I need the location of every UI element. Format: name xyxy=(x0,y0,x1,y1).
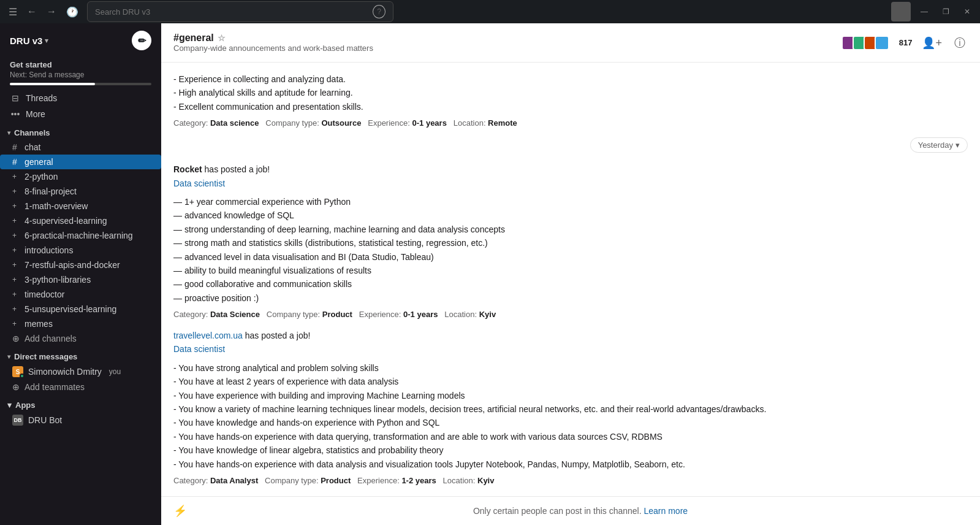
plus-icon: + xyxy=(12,290,21,299)
close-button[interactable]: ✕ xyxy=(959,5,975,18)
bottom-bar: ⚡ Only certain people can post in this c… xyxy=(161,496,980,525)
job-title-link[interactable]: Data scientist xyxy=(173,178,225,188)
search-bar[interactable]: ? xyxy=(87,1,393,22)
requirement-line: - You have hands-on experience with data… xyxy=(173,458,968,471)
requirement-line: - You have hands-on experience with data… xyxy=(173,430,968,443)
plus-icon: + xyxy=(12,320,21,328)
collapse-icon: ▾ xyxy=(7,400,12,410)
learn-more-link[interactable]: Learn more xyxy=(644,506,688,516)
sidebar-app-dru-bot[interactable]: DB DRU Bot xyxy=(0,412,161,428)
category-value: Data Analyst xyxy=(210,476,258,485)
date-divider: Yesterday ▾ xyxy=(173,137,968,153)
member-count[interactable]: 817 xyxy=(899,38,913,47)
sidebar-channel-chat[interactable]: # chat xyxy=(0,140,161,155)
collapse-icon: ▾ xyxy=(7,353,10,360)
requirement-line: — advanced level in data visualisation a… xyxy=(173,250,968,264)
get-started-title: Get started xyxy=(10,60,151,69)
plus-icon: + xyxy=(12,231,21,240)
sidebar-channel-general[interactable]: # general xyxy=(0,155,161,169)
messages-area[interactable]: - Experience in collecting and analyzing… xyxy=(161,63,980,496)
back-button[interactable]: ← xyxy=(23,4,40,20)
window-controls: — ❐ ✕ xyxy=(891,2,975,21)
you-label: you xyxy=(109,367,121,376)
workspace-name[interactable]: DRU v3 ▾ xyxy=(10,36,48,46)
message-block-2: Rocket has posted a job! Data scientist … xyxy=(173,163,968,319)
collapse-icon: ▾ xyxy=(7,129,10,136)
message-text: - Experience in collecting and analyzing… xyxy=(173,72,968,113)
minimize-button[interactable]: — xyxy=(916,5,933,18)
message-text: Rocket has posted a job! Data scientist xyxy=(173,163,968,190)
plus-circle-icon: ⊕ xyxy=(12,334,20,343)
main-layout: DRU v3 ▾ ✏ Get started Next: Send a mess… xyxy=(0,23,980,525)
sidebar-channel-4-supervised-learning[interactable]: + 4-supervised-learning xyxy=(0,213,161,228)
message-block-3: travellevel.com.ua has posted a job! Dat… xyxy=(173,329,968,485)
sidebar-channel-7-restful-apis-and-docker[interactable]: + 7-restful-apis-and-docker xyxy=(0,258,161,272)
plus-icon: + xyxy=(12,217,21,225)
get-started-subtitle: Next: Send a message xyxy=(10,71,151,79)
channel-description: Company-wide announcements and work-base… xyxy=(173,44,373,53)
sidebar-channel-introductions[interactable]: + introductions xyxy=(0,243,161,258)
requirements-text: — 1+ year commercial experience with Pyt… xyxy=(173,195,968,305)
requirement-line: — proactive position :) xyxy=(173,291,968,305)
hash-icon: # xyxy=(12,142,21,152)
requirement-line: - You have at least 2 years of experienc… xyxy=(173,375,968,388)
compose-button[interactable]: ✏ xyxy=(132,31,151,50)
sidebar-item-threads[interactable]: ⊟ Threads xyxy=(0,90,161,106)
plus-circle-icon: ⊕ xyxy=(12,382,20,392)
lightning-icon[interactable]: ⚡ xyxy=(173,504,187,518)
history-button[interactable]: 🕐 xyxy=(63,4,82,20)
chevron-down-icon: ▾ xyxy=(45,37,48,45)
add-teammates-button[interactable]: ⊕ Add teammates xyxy=(0,380,161,394)
channel-title: #general ☆ xyxy=(173,33,373,44)
direct-messages-section-header[interactable]: ▾ Direct messages xyxy=(0,346,161,364)
poster-link[interactable]: travellevel.com.ua xyxy=(173,331,243,340)
channel-header: #general ☆ Company-wide announcements an… xyxy=(161,23,980,63)
job-title-link[interactable]: Data scientist xyxy=(173,344,225,354)
sidebar-dm-simonowich-dmitry[interactable]: S Simonowich Dmitry you xyxy=(0,364,161,380)
requirement-line: — ability to build meaningful visualizat… xyxy=(173,264,968,277)
help-button[interactable]: ? xyxy=(373,5,386,18)
sidebar-channel-6-practical-machine-learning[interactable]: + 6-practical-machine-learning xyxy=(0,228,161,243)
sidebar-channel-timedoctor[interactable]: + timedoctor xyxy=(0,287,161,302)
message-meta: Category: Data Analyst Company type: Pro… xyxy=(173,476,968,485)
avatar: DB xyxy=(12,415,23,426)
plus-icon: + xyxy=(12,246,21,255)
sidebar-channel-5-unsupervised-learning[interactable]: + 5-unsupervised-learning xyxy=(0,302,161,316)
date-button[interactable]: Yesterday ▾ xyxy=(910,137,968,153)
user-avatar xyxy=(891,2,911,21)
apps-section-header[interactable]: ▾ Apps xyxy=(0,394,161,412)
plus-icon: + xyxy=(12,187,21,196)
sidebar-channel-2-python[interactable]: + 2-python xyxy=(0,169,161,184)
plus-icon: + xyxy=(12,275,21,284)
location-value: Kyiv xyxy=(479,310,496,319)
forward-button[interactable]: → xyxy=(43,4,60,20)
search-input[interactable] xyxy=(95,7,369,17)
channel-header-right: 817 👤+ ⓘ xyxy=(841,33,968,53)
company-type-value: Product xyxy=(322,310,352,319)
titlebar: ☰ ← → 🕐 ? — ❐ ✕ xyxy=(0,0,980,23)
add-channels-button[interactable]: ⊕ Add channels xyxy=(0,331,161,346)
star-icon[interactable]: ☆ xyxy=(218,33,226,43)
hash-icon: # xyxy=(12,157,21,167)
category-value: Data science xyxy=(210,118,259,128)
company-type-value: Product xyxy=(321,476,351,485)
info-button[interactable]: ⓘ xyxy=(952,33,968,53)
message-line: - Experience in collecting and analyzing… xyxy=(173,72,968,86)
sidebar-item-more[interactable]: ••• More xyxy=(0,106,161,122)
location-value: Remote xyxy=(488,118,517,128)
sidebar-channel-3-python-libraries[interactable]: + 3-python-libraries xyxy=(0,272,161,287)
hamburger-menu-button[interactable]: ☰ xyxy=(5,4,21,20)
sidebar-channel-8-final-project[interactable]: + 8-final-project xyxy=(0,184,161,199)
maximize-button[interactable]: ❐ xyxy=(938,5,954,18)
message-meta: Category: Data Science Company type: Pro… xyxy=(173,310,968,319)
requirement-line: — strong math and statistics skills (dis… xyxy=(173,236,968,250)
requirement-line: — advanced knowledge of SQL xyxy=(173,209,968,222)
message-line: - Excellent communication and presentati… xyxy=(173,100,968,113)
sidebar-channel-1-math-overview[interactable]: + 1-math-overview xyxy=(0,199,161,213)
experience-value: 1-2 years xyxy=(401,476,436,485)
requirement-line: - You have knowledge and hands-on experi… xyxy=(173,416,968,429)
add-member-button[interactable]: 👤+ xyxy=(919,34,944,52)
channels-section-header[interactable]: ▾ Channels xyxy=(0,122,161,140)
sidebar-channel-memes[interactable]: + memes xyxy=(0,316,161,331)
experience-value: 0-1 years xyxy=(403,310,438,319)
